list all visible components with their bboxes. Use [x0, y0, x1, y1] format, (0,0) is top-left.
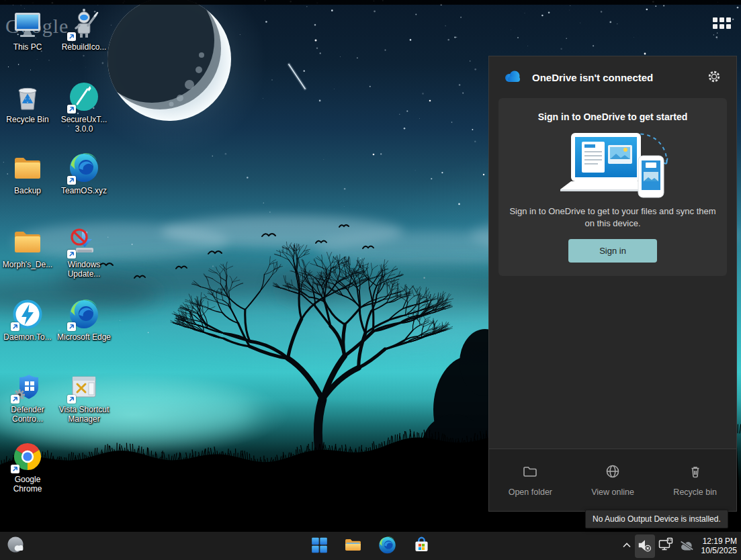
- lightning-circle-icon: [11, 298, 44, 330]
- microsoft-store-icon: [412, 536, 431, 557]
- ethernet-monitor-icon: [658, 537, 674, 555]
- folder-icon: [11, 152, 44, 184]
- shortcut-arrow-badge: [67, 32, 76, 41]
- desktop-icon-backup[interactable]: Backup: [0, 152, 55, 195]
- chrome-icon: [11, 440, 44, 473]
- speaker-muted-icon: [637, 536, 653, 556]
- icon-label: TeamOS.xyz: [56, 186, 112, 195]
- network-tray-button[interactable]: [656, 535, 676, 557]
- desktop-icon-secure-ux[interactable]: SecureUxT... 3.0.0: [56, 81, 112, 134]
- shortcut-arrow-badge: [67, 395, 76, 404]
- file-explorer-icon: [343, 536, 362, 557]
- taskbar: 12:19 PM 10/5/2025: [0, 532, 741, 560]
- trash-icon: [687, 463, 703, 481]
- clock-date: 10/5/2025: [701, 546, 737, 555]
- this-pc-icon: [11, 8, 44, 40]
- robot-icon: [68, 8, 100, 40]
- clock[interactable]: 12:19 PM 10/5/2025: [701, 536, 737, 555]
- desktop-icon-windows-update-blocker[interactable]: Windows Update...: [56, 226, 112, 279]
- card-body-text: Sign in to OneDrive to get to your files…: [508, 205, 717, 230]
- onedrive-flyout: OneDrive isn't connected Sign in to OneD…: [488, 56, 737, 512]
- onedrive-title: OneDrive isn't connected: [532, 72, 653, 83]
- paintbrush-circle-icon: [68, 81, 100, 113]
- shooting-star: [289, 64, 305, 89]
- desktop-icon-daemon-tools[interactable]: Daemon.To...: [0, 298, 55, 342]
- cloudy-night-icon: [7, 536, 26, 557]
- footer-label: Open folder: [509, 487, 552, 497]
- update-blocked-icon: [68, 226, 100, 258]
- clock-time: 12:19 PM: [701, 536, 737, 546]
- icon-label: Microsoft Edge: [56, 332, 112, 342]
- folder-outline-icon: [522, 463, 538, 481]
- audio-tooltip: No Audio Output Device is installed.: [585, 510, 728, 528]
- view-online-button[interactable]: View online: [572, 459, 654, 501]
- weather-widget-button[interactable]: [7, 536, 26, 557]
- icon-label: Recycle Bin: [0, 115, 55, 124]
- onedrive-tray-button[interactable]: [677, 536, 697, 557]
- start-button[interactable]: [310, 536, 328, 556]
- desktop-icon-google-chrome[interactable]: Google Chrome: [0, 440, 55, 494]
- onedrive-footer: Open folder View online Recycle bin: [489, 449, 736, 511]
- desktop-icon-teamos[interactable]: TeamOS.xyz: [56, 152, 112, 195]
- window-x-icon: [68, 371, 100, 403]
- icon-label: Morph's_De...: [0, 260, 55, 269]
- chevron-up-icon: [621, 541, 632, 552]
- shortcut-arrow-badge: [67, 105, 76, 113]
- store-button[interactable]: [412, 536, 431, 557]
- recycle-bin-button[interactable]: Recycle bin: [654, 459, 736, 501]
- sign-in-card: Sign in to OneDrive to get started: [498, 98, 727, 276]
- settings-button[interactable]: [704, 66, 724, 89]
- shortcut-arrow-badge: [67, 176, 76, 185]
- gear-icon: [707, 69, 722, 86]
- desktop-icon-vista-shortcut-manager[interactable]: Vista Shortcut Manager: [56, 371, 112, 424]
- desktop-icon-morphs-folder[interactable]: Morph's_De...: [0, 226, 55, 269]
- icon-label: RebuildIco...: [56, 42, 112, 52]
- windows-logo-icon: [310, 536, 328, 556]
- shortcut-arrow-badge: [11, 395, 19, 404]
- sync-devices-illustration: [508, 129, 717, 201]
- globe-icon: [605, 463, 621, 481]
- shortcut-arrow-badge: [67, 250, 76, 259]
- desktop-grid-button[interactable]: [711, 16, 732, 30]
- shield-gear-icon: [11, 371, 44, 403]
- tray-chevron-button[interactable]: [619, 539, 634, 554]
- open-folder-button[interactable]: Open folder: [489, 459, 572, 501]
- icon-label: SecureUxT... 3.0.0: [56, 115, 112, 134]
- icon-label: Defender Contro...: [0, 405, 55, 424]
- onedrive-header: OneDrive isn't connected: [489, 56, 736, 98]
- footer-label: View online: [591, 487, 634, 497]
- desktop-icon-defender-control[interactable]: Defender Contro...: [0, 371, 55, 424]
- desktop-icon-microsoft-edge[interactable]: Microsoft Edge: [56, 298, 112, 342]
- edge-taskbar-button[interactable]: [378, 536, 396, 557]
- cloud-slash-icon: [679, 538, 695, 555]
- icon-label: Backup: [0, 186, 55, 195]
- volume-tray-button[interactable]: [635, 534, 655, 558]
- folder-icon: [11, 226, 44, 258]
- shortcut-arrow-badge: [11, 322, 19, 331]
- edge-browser-icon: [68, 298, 100, 330]
- edge-browser-icon: [68, 152, 100, 184]
- recycle-bin-icon: [11, 81, 44, 113]
- icon-label: This PC: [0, 42, 55, 52]
- system-tray: 12:19 PM 10/5/2025: [619, 532, 741, 560]
- shortcut-arrow-badge: [11, 465, 19, 473]
- icon-label: Daemon.To...: [0, 332, 55, 342]
- desktop-icon-rebuild-icons[interactable]: RebuildIco...: [56, 8, 112, 52]
- onedrive-cloud-icon: [503, 69, 523, 85]
- shortcut-arrow-badge: [67, 322, 76, 331]
- sign-in-button[interactable]: Sign in: [568, 239, 657, 263]
- file-explorer-button[interactable]: [343, 536, 362, 557]
- icon-label: Windows Update...: [56, 260, 112, 279]
- icon-label: Google Chrome: [0, 475, 55, 494]
- desktop-icon-this-pc[interactable]: This PC: [0, 8, 55, 52]
- edge-browser-icon: [378, 536, 396, 557]
- card-heading: Sign in to OneDrive to get started: [508, 111, 717, 122]
- desktop-icon-recycle-bin[interactable]: Recycle Bin: [0, 81, 55, 124]
- icon-label: Vista Shortcut Manager: [56, 405, 112, 424]
- footer-label: Recycle bin: [673, 487, 717, 497]
